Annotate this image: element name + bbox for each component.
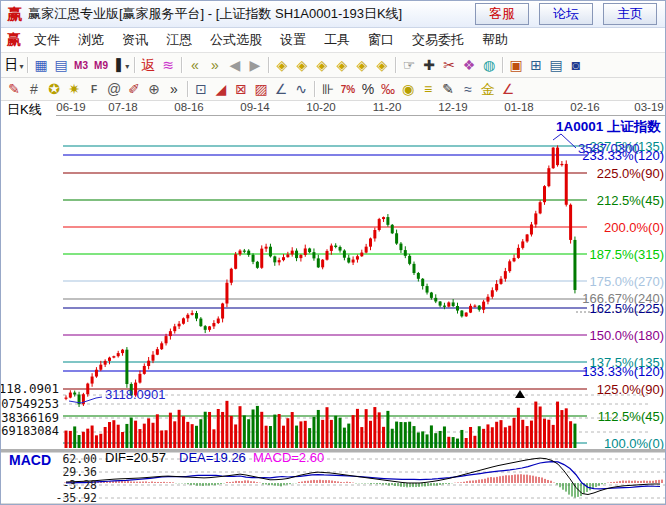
gann-grid-icon[interactable]: ⊠ (231, 80, 251, 99)
scale-ruler-icon[interactable]: ⊪ (318, 80, 338, 99)
cut-tool-icon[interactable]: ✂ (439, 56, 459, 75)
application-window: 赢 赢家江恩专业版[赢家服务平台] - [上证指数 SH1A0001-193日K… (0, 0, 666, 505)
pen-tool-icon[interactable]: ✎ (4, 80, 24, 99)
period-label: 日K线 (7, 102, 42, 117)
menu-logo-icon: 赢 (7, 31, 21, 49)
first-bar-icon[interactable]: « (185, 56, 205, 75)
toolbar-separator (314, 81, 315, 97)
save-icon[interactable]: ◙ (566, 56, 586, 75)
window-title: 赢家江恩专业版[赢家服务平台] - [上证指数 SH1A0001-193日K线] (28, 5, 469, 23)
volume-scale-label: 207549253 (1, 397, 59, 411)
gann-circle-icon[interactable]: ⊕ (144, 80, 164, 99)
menu-item-2[interactable]: 资讯 (113, 29, 157, 51)
percent-icon[interactable]: % (358, 80, 378, 99)
gann-level-label: 225.0%(90) (597, 166, 664, 181)
cloud-data-icon[interactable]: ◍ (479, 56, 499, 75)
menu-bar: 赢 文件浏览资讯江恩公式选股设置工具窗口交易委托帮助 (1, 28, 665, 53)
annotate-icon[interactable]: ✎ (438, 80, 458, 99)
kline-3-icon[interactable]: M3 (71, 56, 91, 75)
homepage-button[interactable]: 主页 (603, 3, 657, 25)
wave-tool-icon[interactable]: ∿ (291, 80, 311, 99)
macd-value-label: MACD=2.60 (253, 450, 324, 465)
forum-button[interactable]: 论坛 (539, 3, 593, 25)
toolbar-separator (181, 57, 182, 73)
price-scale-label: 3118.0901 (1, 381, 59, 396)
next-bar-icon[interactable]: ▶ (245, 56, 265, 75)
fibonacci-icon[interactable]: F (84, 80, 104, 99)
date-tick-label: 07-18 (108, 101, 137, 113)
toolbar-separator (187, 81, 188, 97)
expand-icon[interactable]: ◈ (332, 56, 352, 75)
gann-level-label: 150.0%(180) (590, 328, 664, 343)
menu-item-7[interactable]: 窗口 (359, 29, 403, 51)
menu-item-4[interactable]: 公式选股 (201, 29, 271, 51)
date-tick-label: 10-20 (306, 101, 335, 113)
macd-scale-label: 29.36 (62, 465, 97, 479)
zoom-in-icon[interactable]: ◈ (292, 56, 312, 75)
customer-service-button[interactable]: 客服 (475, 3, 529, 25)
gann-level-label: 133.33%(120) (582, 364, 664, 379)
permille-icon[interactable]: ‰ (378, 80, 398, 99)
toolbar-separator (27, 57, 28, 73)
dropdown-caret-icon: ▾ (19, 62, 23, 71)
crosshair-icon[interactable]: ✚ (419, 56, 439, 75)
gold-lines-icon[interactable]: ≡ (418, 80, 438, 99)
spiral-icon[interactable]: @ (104, 80, 124, 99)
chip-distribution-icon[interactable]: ❖ (459, 56, 479, 75)
prev-bar-icon[interactable]: ◀ (225, 56, 245, 75)
return-icon[interactable]: 返 (138, 56, 158, 75)
compress-icon[interactable]: ◈ (312, 56, 332, 75)
angle-line-icon[interactable]: ∠ (498, 80, 518, 99)
calendar-icon[interactable]: ▣ (506, 56, 526, 75)
gann-level-label: 112.5%(45) (598, 409, 664, 424)
wave-band-icon[interactable]: ≈ (458, 80, 478, 99)
gann-level-label: 162.5%(225) (590, 301, 664, 316)
percent-line-icon[interactable]: 7% (338, 80, 358, 99)
kline-9-icon[interactable]: M9 (91, 56, 111, 75)
gold-price-icon[interactable]: 金 (478, 80, 498, 99)
menu-item-3[interactable]: 江恩 (157, 29, 201, 51)
gold-ratio-icon[interactable]: ✪ (44, 80, 64, 99)
menu-item-0[interactable]: 文件 (25, 29, 69, 51)
date-tick-label: 12-19 (438, 101, 467, 113)
gold-section-icon[interactable]: ✷ (64, 80, 84, 99)
candle-style-selector[interactable]: ❚▾ (111, 55, 131, 76)
zoom-out-icon[interactable]: ◈ (272, 56, 292, 75)
quote-board-icon[interactable]: ▤ (51, 56, 71, 75)
memo-icon[interactable]: ▤ (546, 56, 566, 75)
macd-pane-label: MACD (9, 452, 51, 468)
low-price-annotation: 3118.0901 (105, 387, 166, 402)
colored-line-icon[interactable]: ≋ (158, 56, 178, 75)
gann-level-label: 187.5%(315) (590, 247, 664, 262)
toolbar-main: 日▾▦▤M3M9❚▾返≋«»◀▶◈◈◈◈◈◈☞✚✂❖◍▣⊞▤◙ (1, 53, 665, 78)
fit-screen-icon[interactable]: ◈ (352, 56, 372, 75)
hand-tool-icon[interactable]: ☞ (399, 56, 419, 75)
menu-item-1[interactable]: 浏览 (69, 29, 113, 51)
menu-item-9[interactable]: 帮助 (473, 29, 517, 51)
gann-level-label: 200.0%(0) (604, 220, 664, 235)
box-range-icon[interactable]: ⊡ (191, 80, 211, 99)
titlebar: 赢 赢家江恩专业版[赢家服务平台] - [上证指数 SH1A0001-193日K… (1, 1, 665, 28)
angle-grid-icon[interactable]: ▨ (251, 80, 271, 99)
trend-angle-icon[interactable]: ∠ (271, 80, 291, 99)
kline-chart-svg[interactable]: 日K线06-1907-1808-1609-1410-2011-2012-1901… (1, 101, 666, 505)
gold-circle-icon[interactable]: ◉ (398, 80, 418, 99)
menu-item-8[interactable]: 交易委托 (403, 29, 473, 51)
full-view-icon[interactable]: ◈ (372, 56, 392, 75)
symbol-label: 1A0001 上证指数 (556, 119, 662, 134)
period-selector[interactable]: 日▾ (4, 55, 24, 76)
date-tick-label: 01-18 (504, 101, 533, 113)
calculator-icon[interactable]: ⊞ (526, 56, 546, 75)
last-bar-icon[interactable]: » (205, 56, 225, 75)
chart-area[interactable]: 日K线06-1907-1808-1609-1410-2011-2012-1901… (1, 101, 666, 505)
menu-item-6[interactable]: 工具 (315, 29, 359, 51)
titlebar-buttons: 客服 论坛 主页 (475, 3, 657, 25)
gann-fan-icon[interactable]: ◢ (211, 80, 231, 99)
multi-window-icon[interactable]: ▦ (31, 56, 51, 75)
measure-pen-icon[interactable]: ✐ (124, 80, 144, 99)
menu-item-5[interactable]: 设置 (271, 29, 315, 51)
dropdown-caret-icon: ▾ (125, 62, 129, 71)
more-tools-icon[interactable]: » (164, 80, 184, 99)
macd-scale-label: -35.92 (55, 491, 97, 505)
grid-tool-icon[interactable]: # (24, 80, 44, 99)
